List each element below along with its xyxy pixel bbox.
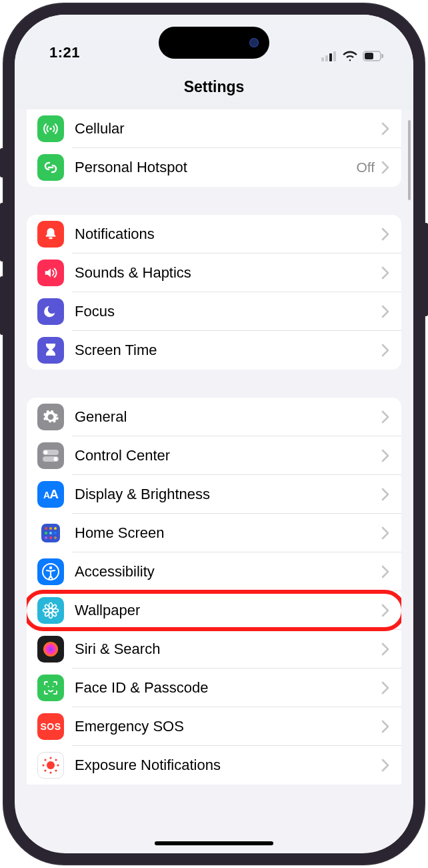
row-label: Cellular bbox=[75, 120, 381, 137]
chevron-right-icon bbox=[381, 161, 389, 174]
svg-point-39 bbox=[49, 771, 51, 773]
battery-icon bbox=[363, 51, 384, 61]
svg-point-35 bbox=[48, 686, 49, 687]
siri-icon bbox=[37, 636, 64, 663]
side-button-vol-up bbox=[0, 203, 4, 262]
row-label: Siri & Search bbox=[75, 640, 381, 658]
svg-rect-3 bbox=[333, 51, 336, 61]
svg-point-22 bbox=[54, 536, 57, 539]
svg-point-36 bbox=[53, 686, 54, 687]
svg-point-16 bbox=[54, 527, 57, 530]
settings-row-sounds-haptics[interactable]: Sounds & Haptics bbox=[27, 254, 401, 292]
svg-point-43 bbox=[55, 759, 57, 761]
row-label: Exposure Notifications bbox=[75, 757, 381, 774]
chevron-right-icon bbox=[381, 449, 389, 462]
settings-row-display-brightness[interactable]: AADisplay & Brightness bbox=[27, 475, 401, 514]
scroll-indicator[interactable] bbox=[408, 120, 411, 200]
settings-row-home-screen[interactable]: Home Screen bbox=[27, 514, 401, 552]
svg-point-34 bbox=[43, 642, 58, 657]
switches-icon bbox=[37, 442, 64, 469]
chevron-right-icon bbox=[381, 565, 389, 578]
settings-group: NotificationsSounds & HapticsFocusScreen… bbox=[27, 215, 401, 370]
svg-point-12 bbox=[54, 457, 58, 461]
settings-list[interactable]: CellularPersonal HotspotOffNotifications… bbox=[15, 109, 413, 853]
settings-row-siri-search[interactable]: Siri & Search bbox=[27, 630, 401, 669]
phone-frame: 1:21 Settings CellularPersonal HotspotOf… bbox=[3, 3, 425, 865]
svg-rect-8 bbox=[49, 238, 53, 240]
settings-row-notifications[interactable]: Notifications bbox=[27, 215, 401, 254]
chevron-right-icon bbox=[381, 526, 389, 540]
settings-row-face-id[interactable]: Face ID & Passcode bbox=[27, 669, 401, 707]
svg-point-10 bbox=[44, 450, 48, 454]
svg-point-20 bbox=[45, 536, 47, 539]
svg-point-38 bbox=[49, 757, 51, 759]
row-label: Sounds & Haptics bbox=[75, 264, 381, 282]
dynamic-island bbox=[159, 27, 269, 59]
chevron-right-icon bbox=[381, 266, 389, 280]
human-icon bbox=[37, 558, 64, 585]
svg-point-15 bbox=[49, 527, 52, 530]
settings-row-wallpaper[interactable]: Wallpaper bbox=[27, 591, 401, 630]
svg-point-7 bbox=[49, 127, 52, 130]
settings-row-cellular[interactable]: Cellular bbox=[27, 109, 401, 148]
settings-row-exposure[interactable]: Exposure Notifications bbox=[27, 746, 401, 785]
svg-point-24 bbox=[49, 566, 52, 569]
gear-icon bbox=[37, 404, 64, 430]
chevron-right-icon bbox=[381, 604, 389, 617]
nav-bar: Settings bbox=[15, 64, 413, 109]
settings-group: CellularPersonal HotspotOff bbox=[27, 109, 401, 187]
svg-rect-0 bbox=[321, 57, 324, 61]
settings-row-focus[interactable]: Focus bbox=[27, 292, 401, 331]
svg-point-37 bbox=[47, 761, 55, 769]
svg-point-14 bbox=[45, 527, 47, 530]
svg-rect-5 bbox=[365, 53, 373, 59]
svg-point-19 bbox=[54, 532, 57, 534]
link-icon bbox=[37, 154, 64, 181]
side-button-vol-down bbox=[0, 276, 4, 335]
settings-row-general[interactable]: General bbox=[27, 398, 401, 436]
row-label: Display & Brightness bbox=[75, 486, 381, 503]
antenna-icon bbox=[37, 115, 64, 142]
side-button-silent bbox=[0, 148, 4, 177]
svg-point-17 bbox=[45, 532, 47, 534]
row-label: Home Screen bbox=[75, 524, 381, 542]
speaker-icon bbox=[37, 260, 64, 286]
chevron-right-icon bbox=[381, 720, 389, 733]
svg-point-40 bbox=[42, 764, 44, 766]
svg-point-18 bbox=[49, 532, 52, 534]
aa-icon: AA bbox=[37, 481, 64, 508]
chevron-right-icon bbox=[381, 642, 389, 656]
row-label: Face ID & Passcode bbox=[75, 679, 381, 697]
sos-icon: SOS bbox=[37, 713, 64, 740]
svg-point-44 bbox=[44, 769, 46, 771]
settings-row-emergency-sos[interactable]: SOSEmergency SOS bbox=[27, 707, 401, 746]
settings-row-personal-hotspot[interactable]: Personal HotspotOff bbox=[27, 148, 401, 187]
screen: 1:21 Settings CellularPersonal HotspotOf… bbox=[15, 15, 413, 853]
hourglass-icon bbox=[37, 337, 64, 364]
row-label: Personal Hotspot bbox=[75, 159, 356, 176]
grid-icon bbox=[37, 520, 64, 546]
wifi-icon bbox=[343, 51, 357, 61]
settings-row-accessibility[interactable]: Accessibility bbox=[27, 552, 401, 591]
home-indicator[interactable] bbox=[155, 841, 273, 845]
chevron-right-icon bbox=[381, 228, 389, 241]
svg-rect-1 bbox=[325, 55, 328, 61]
row-label: Accessibility bbox=[75, 563, 381, 580]
row-label: Screen Time bbox=[75, 342, 381, 359]
row-label: General bbox=[75, 408, 381, 426]
row-label: Emergency SOS bbox=[75, 718, 381, 735]
flower-icon bbox=[37, 597, 64, 624]
svg-point-45 bbox=[55, 769, 57, 771]
exposure-icon bbox=[37, 752, 64, 779]
chevron-right-icon bbox=[381, 681, 389, 695]
chevron-right-icon bbox=[381, 410, 389, 424]
cell-signal-icon bbox=[321, 51, 337, 61]
chevron-right-icon bbox=[381, 305, 389, 318]
page-title: Settings bbox=[184, 78, 245, 96]
row-label: Focus bbox=[75, 303, 381, 320]
settings-group: GeneralControl CenterAADisplay & Brightn… bbox=[27, 398, 401, 785]
moon-icon bbox=[37, 298, 64, 325]
svg-rect-2 bbox=[329, 53, 332, 61]
settings-row-control-center[interactable]: Control Center bbox=[27, 436, 401, 475]
settings-row-screen-time[interactable]: Screen Time bbox=[27, 331, 401, 370]
